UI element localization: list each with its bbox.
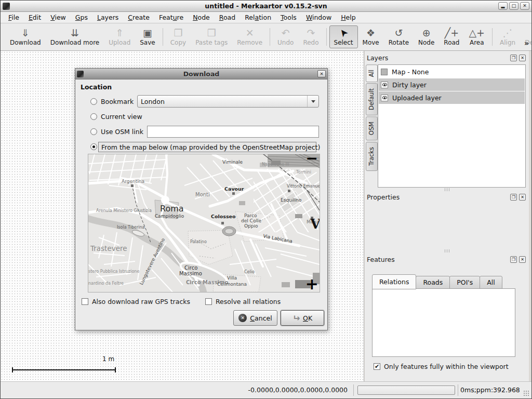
rotate-button[interactable]: ↺ Rotate	[384, 25, 414, 48]
menu-item[interactable]: Road	[215, 12, 240, 22]
layers-vertical-tab[interactable]: Default	[366, 83, 378, 115]
menu-item[interactable]: Window	[301, 12, 336, 22]
layers-vertical-tab[interactable]: Tracks	[366, 142, 378, 171]
resolve-relations-checkbox[interactable]	[205, 298, 212, 305]
map-label: Palatino	[190, 240, 207, 244]
paste-tags-button[interactable]: ❒ Paste tags	[191, 25, 232, 48]
close-button[interactable]: ✕	[520, 2, 529, 10]
return-arrow-icon: ↵	[292, 314, 300, 323]
bookmark-radio[interactable]	[90, 98, 97, 105]
map-label: Trastevere	[90, 244, 127, 252]
gps-tracks-checkbox[interactable]	[82, 298, 88, 305]
minimize-button[interactable]: ▂	[498, 2, 508, 10]
layers-vertical-tab[interactable]: All	[366, 64, 378, 82]
dock-splitter[interactable]	[365, 188, 529, 192]
map-label: stero Pubblica Istruzione	[88, 269, 139, 274]
move-button[interactable]: ❖ Move	[358, 25, 384, 48]
menu-item[interactable]: Relation	[240, 12, 276, 22]
area-button[interactable]: △+ Area	[464, 25, 489, 48]
layer-row-map[interactable]: Map - None	[379, 65, 525, 78]
features-tab[interactable]: All	[480, 276, 502, 289]
features-tab[interactable]: Roads	[416, 276, 450, 289]
dock-panel: Layers ❐ ✕ AllDefaultOSMTracks Map - Non…	[365, 51, 529, 381]
upload-button[interactable]: ⇑ Upload	[104, 25, 135, 48]
save-button[interactable]: ▣ Save	[135, 25, 159, 48]
combobox-dropdown-button[interactable]	[307, 96, 318, 107]
menu-item[interactable]: Layers	[92, 12, 123, 22]
download-map-preview[interactable]: ViminaleNapoleone IIITerminiCavourMontiV…	[88, 154, 320, 292]
menu-item[interactable]: View	[46, 12, 71, 22]
align-button[interactable]: ⋰ Align	[495, 25, 520, 48]
osm-link-radio-label: Use OSM link	[101, 128, 143, 136]
visible-eye-icon[interactable]	[381, 82, 388, 88]
map-zoom-out-button[interactable]: −	[306, 151, 318, 166]
road-button[interactable]: ╱+ Road	[439, 25, 464, 48]
menu-item[interactable]: Edit	[24, 12, 46, 22]
performance-readout: 0ms;ppm:392.968	[460, 386, 520, 394]
layer-row-dirty[interactable]: Dirty layer	[379, 78, 525, 91]
chevron-down-icon	[311, 100, 315, 103]
toolbar-button-label: Save	[140, 39, 155, 46]
features-float-icon[interactable]: ❐	[510, 256, 517, 263]
download-more-button[interactable]: ⇊ Download more	[46, 25, 104, 48]
menu-item[interactable]: Node	[188, 12, 215, 22]
dialog-close-button[interactable]: ✕	[317, 70, 326, 77]
map-label: Vittorio Emanuele	[287, 184, 320, 189]
toolbar-separator	[163, 28, 163, 46]
download-icon: ⇓	[21, 27, 30, 39]
layer-checkbox-icon[interactable]	[381, 69, 388, 75]
scale-bar-label: 1 m	[102, 355, 114, 363]
redo-button[interactable]: ↷ Redo	[298, 25, 323, 48]
toolbar-button-label: Remove	[237, 39, 262, 46]
features-close-icon[interactable]: ✕	[519, 256, 526, 263]
layers-close-icon[interactable]: ✕	[519, 55, 526, 61]
node-button[interactable]: ⊕ Node	[414, 25, 439, 48]
ok-button[interactable]: ↵ OK	[281, 310, 324, 326]
map-label: Villa	[227, 275, 237, 281]
remove-button[interactable]: ✕ Remove	[232, 25, 267, 48]
menu-item[interactable]: File	[4, 12, 24, 22]
osm-link-radio[interactable]	[90, 128, 97, 135]
layers-vertical-tab[interactable]: OSM	[366, 116, 378, 140]
menu-item[interactable]: Feature	[154, 12, 188, 22]
menu-item[interactable]: Help	[336, 12, 361, 22]
menu-item[interactable]: Tools	[276, 12, 301, 22]
menu-bar: FileEditViewGpsLayersCreateFeatureNodeRo…	[1, 12, 531, 23]
visible-eye-icon[interactable]	[381, 95, 388, 101]
toolbar-overflow-chevron-icon[interactable]: »	[524, 39, 529, 47]
map-label: del Colle	[241, 218, 261, 223]
features-tab[interactable]: POI's	[449, 276, 480, 289]
features-tab[interactable]: Relations	[372, 274, 416, 289]
viewport-checkbox[interactable]: ✔	[374, 363, 380, 370]
from-map-radio[interactable]	[90, 143, 97, 150]
bookmark-combobox[interactable]: London	[137, 95, 319, 108]
toolbar-separator	[270, 28, 270, 46]
title-bar[interactable]: untitled - Merkaartor v0.15.2-svn ▂ □ ✕	[1, 1, 531, 12]
coordinates-readout: -0.0000,0.0000,0.0000,0.0000	[229, 386, 348, 394]
features-list[interactable]	[372, 288, 515, 357]
layer-label: Dirty layer	[392, 81, 427, 89]
menu-item[interactable]: Gps	[71, 12, 92, 22]
osm-link-input[interactable]	[147, 126, 319, 138]
layer-row-uploaded[interactable]: Uploaded layer	[379, 91, 525, 104]
cancel-button[interactable]: ✕ Cancel	[233, 310, 277, 326]
ok-button-label: OK	[303, 314, 312, 322]
from-map-radio-label[interactable]: From the map below (map provided by the …	[98, 142, 316, 152]
properties-close-icon[interactable]: ✕	[519, 194, 526, 201]
cancel-circle-x-icon: ✕	[238, 314, 247, 322]
properties-float-icon[interactable]: ❐	[510, 194, 517, 201]
current-view-radio[interactable]	[90, 113, 97, 120]
select-button[interactable]: ➤ Select	[329, 25, 358, 48]
dialog-title-bar[interactable]: Download ✕	[75, 69, 327, 79]
undo-button[interactable]: ↶ Undo	[273, 25, 298, 48]
map-label: Isola Tiberina	[117, 225, 145, 230]
layers-float-icon[interactable]: ❐	[510, 55, 517, 61]
download-button[interactable]: ⇓ Download	[5, 25, 46, 48]
menu-item[interactable]: Create	[123, 12, 154, 22]
dock-splitter[interactable]	[365, 249, 529, 253]
maximize-button[interactable]: □	[509, 2, 518, 10]
copy-button[interactable]: ❐ Copy	[166, 25, 191, 48]
map-zoom-in-button[interactable]: +	[305, 276, 318, 292]
resize-grip[interactable]	[523, 390, 530, 397]
rotate-arrow-icon: ↺	[394, 27, 403, 39]
